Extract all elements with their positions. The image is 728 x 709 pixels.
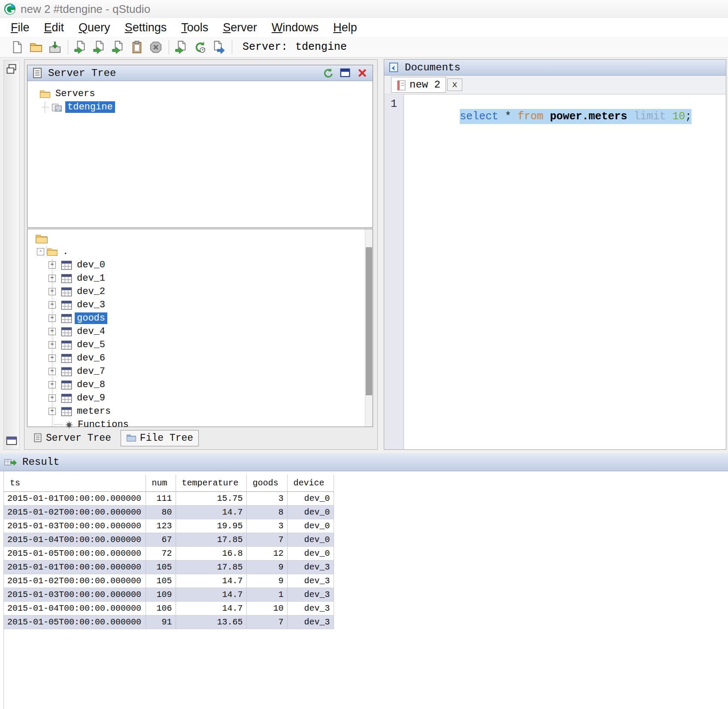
table-node-label[interactable]: dev_5 <box>75 339 107 351</box>
tree-node-dev_2[interactable]: +dev_2 <box>27 285 373 298</box>
tree-node-tdengine[interactable]: tdengine <box>27 100 373 114</box>
cell-device[interactable]: dev_0 <box>287 547 334 561</box>
table-row[interactable]: 2015-01-02T00:00:00.0000008014.78dev_0 <box>4 506 334 519</box>
cell-num[interactable]: 109 <box>146 588 176 602</box>
stop-icon[interactable] <box>148 39 164 55</box>
tree-node-dot[interactable]: - . <box>27 245 373 258</box>
run-query-icon[interactable] <box>173 39 189 55</box>
column-header-num[interactable]: num <box>146 475 176 492</box>
table-row[interactable]: 2015-01-01T00:00:00.00000010517.859dev_3 <box>4 561 334 574</box>
paste-icon[interactable] <box>129 39 145 55</box>
cell-temperature[interactable]: 14.7 <box>176 506 246 519</box>
editor-code-area[interactable]: select * from power.meters limit 10; <box>404 95 726 449</box>
tree-node-servers[interactable]: Servers <box>27 87 373 100</box>
save-icon[interactable] <box>47 39 63 55</box>
refresh-icon[interactable] <box>322 67 334 79</box>
cell-num[interactable]: 72 <box>146 547 176 561</box>
cell-ts[interactable]: 2015-01-02T00:00:00.000000 <box>4 574 146 588</box>
cell-ts[interactable]: 2015-01-03T00:00:00.000000 <box>4 519 146 533</box>
cell-device[interactable]: dev_3 <box>287 561 334 574</box>
tab-file-tree[interactable]: File Tree <box>121 430 199 446</box>
cell-device[interactable]: dev_3 <box>287 588 334 602</box>
column-header-goods[interactable]: goods <box>246 475 287 492</box>
menu-server[interactable]: Server <box>215 21 264 34</box>
table-node-label[interactable]: goods <box>75 312 107 324</box>
menu-file[interactable]: File <box>3 21 37 34</box>
cell-num[interactable]: 111 <box>146 492 176 506</box>
cell-num[interactable]: 106 <box>146 602 176 615</box>
menu-help[interactable]: Help <box>326 21 364 34</box>
table-row[interactable]: 2015-01-03T00:00:00.00000010914.71dev_3 <box>4 588 334 602</box>
tree-node-dev_7[interactable]: +dev_7 <box>27 365 373 378</box>
table-node-label[interactable]: dev_7 <box>75 366 107 377</box>
tab-server-tree-label[interactable]: Server Tree <box>46 433 111 444</box>
table-row[interactable]: 2015-01-01T00:00:00.00000011115.753dev_0 <box>4 492 334 506</box>
cell-num[interactable]: 105 <box>146 561 176 574</box>
cell-goods[interactable]: 12 <box>246 547 287 561</box>
cell-device[interactable]: dev_0 <box>287 519 334 533</box>
cell-ts[interactable]: 2015-01-04T00:00:00.000000 <box>4 602 146 615</box>
cell-device[interactable]: dev_0 <box>287 492 334 506</box>
tree-node-dev_8[interactable]: +dev_8 <box>27 378 373 391</box>
file-tree-scrollbar[interactable] <box>365 229 373 427</box>
cell-ts[interactable]: 2015-01-05T00:00:00.000000 <box>4 615 146 629</box>
table-row[interactable]: 2015-01-04T00:00:00.0000006717.857dev_0 <box>4 533 334 547</box>
cell-num[interactable]: 123 <box>146 519 176 533</box>
cell-num[interactable]: 80 <box>146 506 176 519</box>
table-row[interactable]: 2015-01-03T00:00:00.00000012319.953dev_0 <box>4 519 334 533</box>
cell-temperature[interactable]: 14.7 <box>176 588 246 602</box>
cell-ts[interactable]: 2015-01-01T00:00:00.000000 <box>4 561 146 574</box>
tree-node-dev_6[interactable]: +dev_6 <box>27 351 373 365</box>
cell-goods[interactable]: 3 <box>246 519 287 533</box>
cell-temperature[interactable]: 13.65 <box>176 615 246 629</box>
menu-settings[interactable]: Settings <box>118 21 174 34</box>
cell-ts[interactable]: 2015-01-04T00:00:00.000000 <box>4 533 146 547</box>
table-node-label[interactable]: dev_1 <box>75 273 107 284</box>
cell-temperature[interactable]: 17.85 <box>176 533 246 547</box>
column-header-ts[interactable]: ts <box>4 475 146 492</box>
cell-temperature[interactable]: 15.75 <box>176 492 246 506</box>
cell-goods[interactable]: 3 <box>246 492 287 506</box>
tree-node-dev_4[interactable]: +dev_4 <box>27 325 373 338</box>
table-row[interactable]: 2015-01-05T00:00:00.0000007216.812dev_0 <box>4 547 334 561</box>
menu-edit[interactable]: Edit <box>37 21 72 34</box>
tree-node-dev_0[interactable]: +dev_0 <box>27 258 373 272</box>
cell-device[interactable]: dev_0 <box>287 533 334 547</box>
tree-node-goods[interactable]: +goods <box>27 312 373 325</box>
cell-goods[interactable]: 7 <box>246 615 287 629</box>
table-node-label[interactable]: dev_9 <box>75 392 107 404</box>
table-row[interactable]: 2015-01-02T00:00:00.00000010514.79dev_3 <box>4 574 334 588</box>
cell-ts[interactable]: 2015-01-03T00:00:00.000000 <box>4 588 146 602</box>
cell-temperature[interactable]: 14.7 <box>176 574 246 588</box>
tab-new-2[interactable]: new 2 <box>391 77 446 93</box>
minimized-window-icon[interactable] <box>6 435 18 447</box>
document-tab-label[interactable]: new 2 <box>410 79 440 91</box>
open-file-icon[interactable] <box>28 39 44 55</box>
cell-device[interactable]: dev_3 <box>287 574 334 588</box>
menu-query[interactable]: Query <box>71 21 118 34</box>
cell-temperature[interactable]: 16.8 <box>176 547 246 561</box>
servers-root-label[interactable]: Servers <box>53 88 97 100</box>
tree-node-dev_9[interactable]: +dev_9 <box>27 391 373 405</box>
cell-device[interactable]: dev_3 <box>287 602 334 615</box>
cell-temperature[interactable]: 19.95 <box>176 519 246 533</box>
close-icon[interactable] <box>356 67 368 79</box>
document-tab-close[interactable]: x <box>447 79 462 91</box>
table-node-label[interactable]: dev_0 <box>75 259 107 271</box>
run-selection-icon[interactable] <box>91 39 107 55</box>
tab-server-tree[interactable]: Server Tree <box>28 430 116 446</box>
tree-node-root[interactable] <box>27 232 373 245</box>
sql-statement[interactable]: select * from power.meters limit 10; <box>460 109 692 124</box>
tab-file-tree-label[interactable]: File Tree <box>140 433 193 444</box>
server-node-label[interactable]: tdengine <box>65 101 115 113</box>
server-selector[interactable]: tdengine <box>295 41 347 53</box>
cell-goods[interactable]: 9 <box>246 561 287 574</box>
table-node-label[interactable]: dev_3 <box>75 299 107 311</box>
new-file-icon[interactable] <box>9 39 25 55</box>
export-result-icon[interactable] <box>211 39 227 55</box>
table-node-label[interactable]: meters <box>75 406 113 417</box>
cell-temperature[interactable]: 14.7 <box>176 602 246 615</box>
sql-editor[interactable]: 1 select * from power.meters limit 10; <box>384 95 726 449</box>
tree-node-dev_5[interactable]: +dev_5 <box>27 338 373 351</box>
table-node-label[interactable]: dev_4 <box>75 326 107 337</box>
